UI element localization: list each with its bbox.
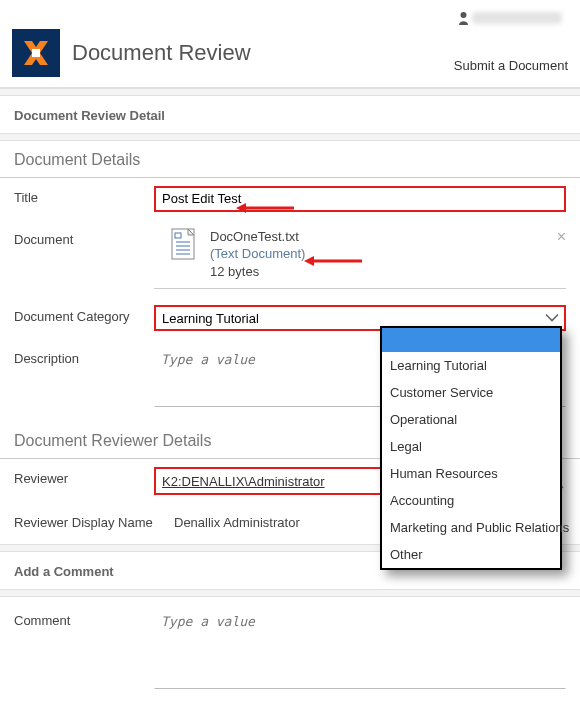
doc-type: (Text Document) (210, 245, 305, 263)
user-icon (458, 11, 469, 25)
file-icon (170, 228, 198, 260)
document-details-header: Document Details (0, 147, 580, 178)
dropdown-option[interactable]: Legal (382, 433, 560, 460)
dropdown-option[interactable]: Other (382, 541, 560, 568)
submit-document-link[interactable]: Submit a Document (454, 58, 568, 77)
remove-attachment-icon[interactable]: × (557, 228, 566, 246)
divider (0, 589, 580, 597)
dropdown-option-blank[interactable] (382, 328, 560, 352)
dropdown-option[interactable]: Customer Service (382, 379, 560, 406)
display-name-label: Reviewer Display Name (14, 511, 174, 530)
divider (0, 88, 580, 96)
dropdown-option[interactable]: Operational (382, 406, 560, 433)
svg-point-0 (460, 12, 466, 18)
doc-size: 12 bytes (210, 263, 305, 281)
category-dropdown[interactable]: Learning Tutorial Customer Service Opera… (380, 326, 562, 570)
dropdown-option[interactable]: Accounting (382, 487, 560, 514)
dropdown-option[interactable]: Human Resources (382, 460, 560, 487)
document-label: Document (14, 228, 154, 247)
user-info (12, 10, 568, 29)
app-title: Document Review (72, 40, 454, 66)
doc-filename: DocOneTest.txt (210, 228, 305, 246)
dropdown-option[interactable]: Marketing and Public Relations (382, 514, 560, 541)
detail-header: Document Review Detail (0, 96, 580, 133)
svg-marker-3 (32, 49, 40, 57)
comment-input[interactable] (154, 609, 566, 689)
reviewer-label: Reviewer (14, 467, 154, 486)
comment-label: Comment (14, 609, 154, 628)
category-label: Document Category (14, 305, 154, 324)
user-name-blurred (472, 12, 562, 24)
page-header: Document Review Submit a Document (0, 0, 580, 88)
dropdown-option[interactable]: Learning Tutorial (382, 352, 560, 379)
title-label: Title (14, 186, 154, 205)
document-attachment: DocOneTest.txt (Text Document) 12 bytes … (154, 228, 566, 290)
divider (0, 133, 580, 141)
reviewer-value: K2:DENALLIX\Administrator (162, 474, 325, 489)
title-input[interactable] (154, 186, 566, 212)
description-label: Description (14, 347, 154, 366)
app-logo (12, 29, 60, 77)
